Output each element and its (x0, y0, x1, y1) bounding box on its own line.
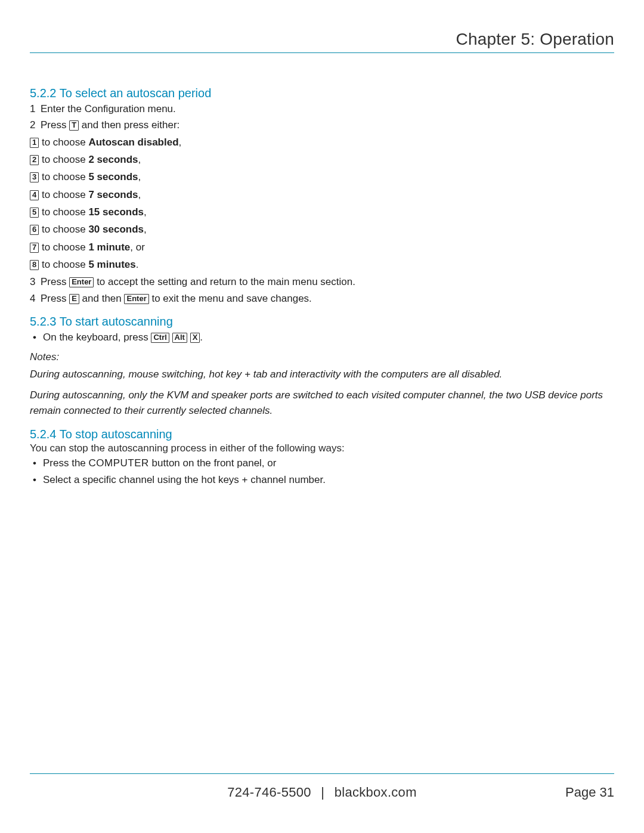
key-4: 4 (30, 190, 39, 200)
option-4: 4 to choose 7 seconds, (30, 187, 614, 203)
key-6: 6 (30, 225, 39, 235)
key-1: 1 (30, 138, 39, 148)
step-number: 3 (30, 274, 41, 290)
option-7: 7 to choose 1 minute, or (30, 240, 614, 255)
key-x: X (190, 333, 200, 343)
key-enter: Enter (124, 294, 148, 304)
option-8: 8 to choose 5 minutes. (30, 257, 614, 272)
step-text-pre: Press (41, 119, 69, 131)
footer: 724-746-5500 | blackbox.com Page 31 (30, 773, 614, 800)
key-2: 2 (30, 155, 39, 165)
computer-button-label: COMPUTER (89, 457, 149, 469)
footer-separator: | (321, 785, 324, 800)
option-2: 2 to choose 2 seconds, (30, 152, 614, 168)
step-text-post: and then press either: (79, 119, 179, 131)
stop-bullet-2: Select a specific channel using the hot … (30, 472, 614, 488)
option-6: 6 to choose 30 seconds, (30, 222, 614, 237)
option-1: 1 to choose Autoscan disabled, (30, 135, 614, 150)
key-5: 5 (30, 208, 39, 218)
heading-5-2-4: 5.2.4 To stop autoscanning (30, 428, 614, 441)
chapter-title: Chapter 5: Operation (30, 30, 614, 49)
option-3: 3 to choose 5 seconds, (30, 169, 614, 185)
step-text: Enter the Configuration menu. (41, 103, 176, 114)
stop-bullet-1: Press the COMPUTER button on the front p… (30, 456, 614, 471)
option-5: 5 to choose 15 seconds, (30, 205, 614, 220)
step-1: 1Enter the Configuration menu. (30, 101, 614, 117)
key-8: 8 (30, 260, 39, 270)
step-4: 4Press E and then Enter to exit the menu… (30, 291, 614, 306)
stop-intro: You can stop the autoscanning process in… (30, 442, 614, 454)
key-enter: Enter (69, 277, 94, 287)
footer-site: blackbox.com (335, 785, 417, 800)
step-number: 2 (30, 117, 41, 133)
key-e: E (69, 294, 79, 304)
key-3: 3 (30, 172, 39, 182)
key-7: 7 (30, 243, 39, 253)
key-t: T (69, 120, 79, 131)
start-autoscan-bullet: On the keyboard, press Ctrl Alt X. (30, 330, 614, 345)
footer-center: 724-746-5500 | blackbox.com (30, 785, 614, 800)
step-2: 2Press T and then press either: (30, 117, 614, 133)
footer-phone: 724-746-5500 (227, 785, 311, 800)
note-2: During autoscanning, only the KVM and sp… (30, 388, 614, 419)
step-3: 3Press Enter to accept the setting and r… (30, 274, 614, 290)
header-rule: Chapter 5: Operation (30, 30, 614, 53)
note-1: During autoscanning, mouse switching, ho… (30, 367, 614, 382)
heading-5-2-3: 5.2.3 To start autoscanning (30, 315, 614, 329)
section-5-2-2: 5.2.2 To select an autoscan period 1Ente… (30, 86, 614, 306)
notes-label: Notes: (30, 351, 614, 363)
step-number: 4 (30, 291, 41, 306)
key-ctrl: Ctrl (151, 333, 169, 343)
key-alt: Alt (172, 333, 187, 343)
step-number: 1 (30, 101, 41, 117)
heading-5-2-2: 5.2.2 To select an autoscan period (30, 86, 614, 100)
